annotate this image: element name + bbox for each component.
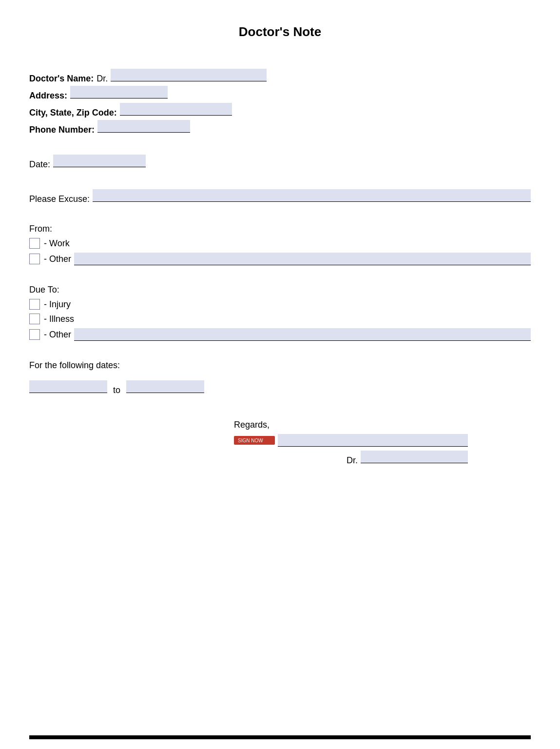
phone-input[interactable]: [97, 120, 190, 133]
other-due-input[interactable]: [74, 328, 531, 341]
signature-line[interactable]: [278, 434, 468, 447]
to-label: to: [113, 385, 120, 395]
other-due-checkbox[interactable]: [29, 329, 40, 340]
please-excuse-input[interactable]: [93, 189, 531, 202]
date-input[interactable]: [53, 155, 146, 167]
other-from-label: - Other: [44, 254, 71, 264]
address-label: Address:: [29, 91, 67, 101]
dates-label: For the following dates:: [29, 360, 531, 371]
city-state-zip-label: City, State, Zip Code:: [29, 108, 117, 118]
bottom-bar: [29, 735, 531, 739]
work-label: - Work: [44, 238, 70, 249]
from-label: From:: [29, 224, 531, 234]
dr-input[interactable]: [361, 451, 468, 463]
address-input[interactable]: [70, 86, 168, 99]
work-checkbox[interactable]: [29, 238, 40, 249]
other-due-label: - Other: [44, 330, 71, 340]
date-label: Date:: [29, 159, 50, 170]
sign-now-badge[interactable]: SIGN NOW: [234, 436, 275, 445]
other-from-input[interactable]: [74, 253, 531, 265]
dr-label: Dr.: [347, 455, 358, 466]
date-from-input[interactable]: [29, 380, 107, 393]
doctors-name-prefix: Dr.: [97, 74, 108, 84]
injury-checkbox[interactable]: [29, 299, 40, 310]
doctors-name-label: Doctor's Name:: [29, 74, 94, 84]
injury-label: - Injury: [44, 299, 71, 310]
illness-label: - Illness: [44, 314, 74, 324]
other-from-checkbox[interactable]: [29, 254, 40, 264]
city-state-zip-input[interactable]: [120, 103, 232, 116]
due-to-label: Due To:: [29, 285, 531, 295]
date-to-input[interactable]: [126, 380, 204, 393]
regards-label: Regards,: [234, 420, 270, 430]
doctors-name-input[interactable]: [111, 69, 267, 81]
page-title: Doctor's Note: [29, 24, 531, 39]
illness-checkbox[interactable]: [29, 314, 40, 324]
please-excuse-label: Please Excuse:: [29, 194, 90, 204]
phone-label: Phone Number:: [29, 125, 95, 135]
